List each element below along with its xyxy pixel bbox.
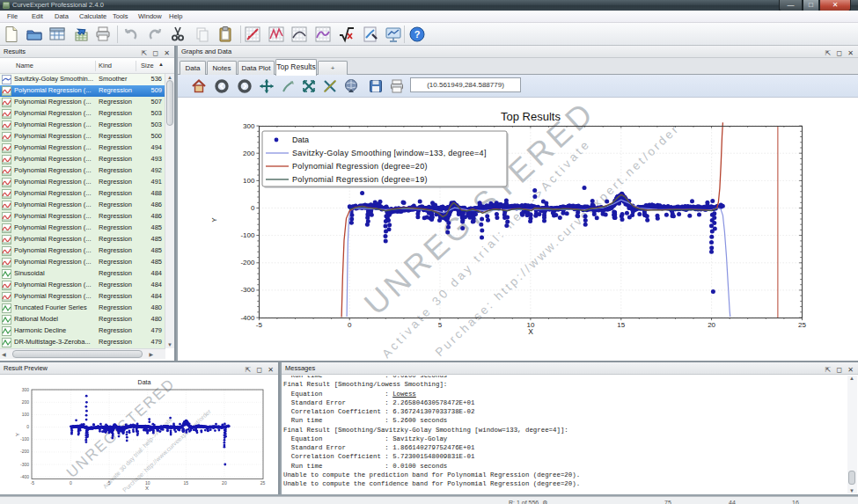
svg-text:25: 25 (798, 321, 806, 329)
svg-text:X: X (528, 327, 533, 336)
svg-text:300: 300 (22, 387, 30, 392)
svg-text:200: 200 (243, 150, 255, 157)
svg-text:10: 10 (145, 480, 150, 486)
svg-text:0: 0 (251, 204, 255, 212)
svg-text:Savitzky-Golay Smoothing [wind: Savitzky-Golay Smoothing [window=133, de… (292, 149, 487, 157)
svg-text:-300: -300 (240, 286, 255, 294)
svg-text:200: 200 (22, 399, 30, 405)
svg-text:-200: -200 (20, 449, 29, 454)
svg-text:5: 5 (438, 321, 443, 329)
svg-text:-400: -400 (20, 474, 29, 479)
svg-text:0: 0 (348, 321, 352, 329)
svg-text:X: X (145, 486, 149, 491)
svg-text:Y: Y (210, 217, 218, 223)
svg-text:20: 20 (222, 480, 227, 486)
svg-text:Polynomial Regression (degree=: Polynomial Regression (degree=19) (292, 175, 428, 184)
svg-text:25: 25 (260, 480, 266, 486)
svg-text:Data: Data (292, 135, 309, 144)
svg-text:Y: Y (15, 433, 20, 436)
svg-text:100: 100 (22, 412, 30, 417)
svg-text:-300: -300 (20, 462, 29, 467)
svg-text:300: 300 (243, 122, 255, 130)
svg-text:-100: -100 (240, 231, 255, 239)
svg-text:0: 0 (70, 480, 72, 486)
svg-text:100: 100 (243, 177, 255, 185)
svg-text:Data: Data (138, 379, 151, 385)
svg-text:15: 15 (184, 480, 189, 486)
svg-text:20: 20 (708, 321, 715, 329)
svg-text:-5: -5 (256, 321, 263, 329)
svg-text:?: ? (414, 29, 421, 40)
svg-text:-100: -100 (20, 436, 29, 442)
svg-text:15: 15 (617, 321, 625, 329)
svg-text:-400: -400 (240, 314, 255, 322)
svg-text:-5: -5 (31, 480, 35, 486)
svg-text:Polynomial Regression (degree=: Polynomial Regression (degree=20) (292, 162, 428, 171)
svg-text:0: 0 (26, 424, 29, 429)
svg-text:-200: -200 (240, 259, 255, 267)
